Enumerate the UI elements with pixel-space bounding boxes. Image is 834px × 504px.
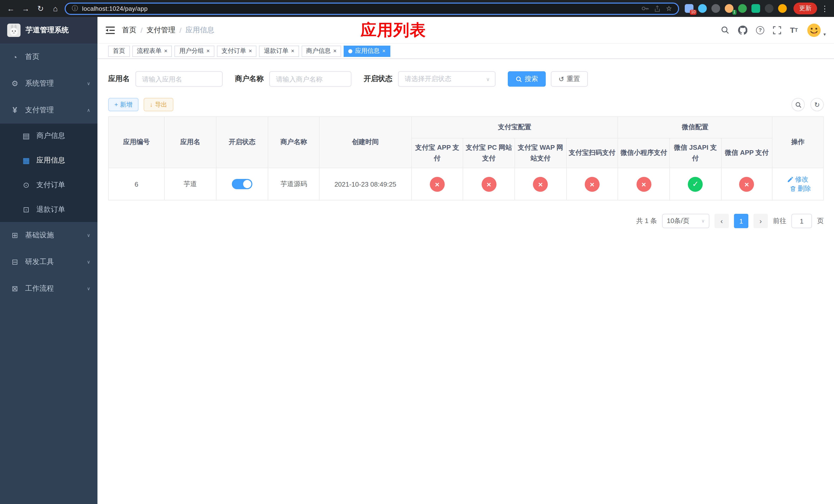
help-icon[interactable]: ? [756, 26, 764, 34]
extension-icon[interactable] [698, 4, 707, 13]
prev-page-button[interactable]: ‹ [715, 214, 729, 228]
bookmark-star-icon[interactable]: ☆ [666, 5, 672, 12]
col-merchant-name: 商户名称 [268, 117, 319, 168]
breadcrumb-payment[interactable]: 支付管理 [147, 25, 175, 35]
extension-icon[interactable] [738, 4, 747, 13]
active-dot [348, 49, 352, 53]
app-logo-row[interactable]: 芋道管理系统 [0, 17, 97, 44]
download-icon: ↓ [150, 101, 153, 108]
merchant-name-input[interactable] [269, 71, 351, 87]
chevron-down-icon: ∨ [701, 219, 705, 224]
browser-forward-icon[interactable]: → [20, 3, 31, 14]
chevron-down-icon: ∨ [87, 233, 90, 238]
next-page-button[interactable]: › [753, 214, 768, 228]
add-button[interactable]: + 新增 [108, 98, 138, 111]
col-app-name: 应用名 [164, 117, 216, 168]
user-menu[interactable]: ▾ [807, 22, 826, 38]
cell-merchant-name: 芋道源码 [268, 168, 319, 201]
extensions-pin-icon[interactable] [765, 4, 773, 13]
browser-menu-icon[interactable]: ⋮ [821, 4, 829, 13]
chrome-update-button[interactable]: 更新 [793, 3, 817, 14]
breadcrumb-current: 应用信息 [186, 25, 214, 35]
sidebar-item-payment[interactable]: ¥ 支付管理 ∧ [0, 97, 97, 123]
sidebar-item-refund-order[interactable]: ⊡ 退款订单 [0, 198, 97, 222]
browser-home-icon[interactable]: ⌂ [50, 3, 61, 14]
font-size-icon[interactable]: TT [790, 26, 798, 34]
close-icon[interactable]: × [249, 48, 252, 54]
search-icon[interactable] [721, 26, 729, 35]
extension-icon[interactable]: 1 [725, 4, 733, 13]
refresh-icon: ↻ [814, 101, 820, 109]
share-icon[interactable] [654, 5, 661, 12]
fullscreen-icon[interactable] [773, 26, 781, 34]
close-icon[interactable]: × [206, 48, 210, 54]
close-icon[interactable]: × [382, 48, 386, 54]
app-name-label: 应用名 [108, 74, 130, 84]
sidebar-item-home[interactable]: ◔ 首页 [0, 44, 97, 70]
github-icon[interactable] [738, 25, 747, 35]
caret-down-icon: ▾ [824, 31, 826, 38]
goto-label: 前往 [773, 216, 786, 226]
yen-icon: ¥ [10, 106, 20, 115]
chevron-down-icon: ∨ [486, 76, 490, 82]
sidebar-item-app-info[interactable]: ▦ 应用信息 [0, 148, 97, 173]
status-label: 开启状态 [364, 74, 392, 84]
goto-unit: 页 [817, 216, 824, 226]
app-title: 芋道管理系统 [26, 26, 69, 35]
col-wechat-jsapi: 微信 JSAPI 支付 [670, 138, 721, 168]
page-size-select[interactable]: 10条/页 ∨ [662, 214, 709, 228]
alipay-pc-status-icon: × [481, 177, 496, 192]
address-bar[interactable]: ⓘ localhost:1024/pay/app ☆ [65, 2, 679, 15]
table-toolbar: + 新增 ↓ 导出 ↻ [108, 98, 824, 111]
sidebar-item-workflow[interactable]: ⊠ 工作流程 ∨ [0, 275, 97, 302]
refresh-button[interactable]: ↻ [810, 98, 824, 111]
sidebar-item-devtools[interactable]: ⊟ 研发工具 ∨ [0, 249, 97, 275]
close-icon[interactable]: × [291, 48, 294, 54]
cell-create-time: 2021-10-23 08:49:25 [319, 168, 411, 201]
navbar-actions: ? TT ▾ [721, 22, 826, 38]
delete-link[interactable]: 删除 [790, 184, 811, 193]
tab-user-group[interactable]: 用户分组 × [175, 45, 214, 56]
goto-page-input[interactable] [791, 214, 812, 228]
close-icon[interactable]: × [333, 48, 337, 54]
tab-home[interactable]: 首页 [108, 45, 130, 56]
edit-link[interactable]: 修改 [787, 175, 808, 184]
sidebar-item-system[interactable]: ⚙ 系统管理 ∨ [0, 70, 97, 97]
extension-icon[interactable] [751, 4, 760, 13]
toggle-knob [243, 180, 251, 188]
sidebar-item-infra[interactable]: ⊞ 基础设施 ∨ [0, 222, 97, 249]
password-key-icon[interactable] [641, 5, 649, 12]
site-info-icon[interactable]: ⓘ [72, 4, 78, 13]
toggle-search-button[interactable] [791, 98, 805, 111]
breadcrumb-home[interactable]: 首页 [122, 25, 136, 35]
status-select[interactable]: 请选择开启状态 ∨ [398, 71, 496, 87]
page-number-1[interactable]: 1 [734, 214, 748, 228]
reset-button[interactable]: ↺ 重置 [551, 71, 588, 87]
workflow-icon: ⊠ [10, 284, 20, 293]
sidebar-item-merchant-info[interactable]: ▤ 商户信息 [0, 123, 97, 148]
tab-merchant-info[interactable]: 商户信息 × [302, 45, 341, 56]
browser-back-icon[interactable]: ← [5, 3, 16, 14]
breadcrumb-separator: / [140, 26, 142, 34]
export-button[interactable]: ↓ 导出 [144, 98, 173, 111]
sidebar-fold-icon[interactable] [106, 26, 115, 34]
tab-process-form[interactable]: 流程表单 × [132, 45, 172, 56]
tab-app-info[interactable]: 应用信息 × [344, 45, 390, 56]
merchant-name-label: 商户名称 [235, 74, 264, 84]
table-row: 6 芋道 芋道源码 2021-10-23 08:49:25 × × × × × [109, 168, 824, 201]
sidebar-item-pay-order[interactable]: ⊙ 支付订单 [0, 173, 97, 198]
close-icon[interactable]: × [164, 48, 168, 54]
tab-refund-order[interactable]: 退款订单 × [259, 45, 299, 56]
extension-icon[interactable] [711, 4, 720, 13]
status-toggle[interactable] [232, 179, 253, 189]
breadcrumb: 首页 / 支付管理 / 应用信息 [122, 25, 214, 35]
extension-icon[interactable]: 10 [685, 4, 694, 13]
col-wechat-mini: 微信小程序支付 [618, 138, 670, 168]
profile-avatar-icon[interactable] [778, 4, 787, 13]
url-text[interactable]: localhost:1024/pay/app [82, 5, 637, 12]
browser-reload-icon[interactable]: ↻ [35, 3, 46, 14]
search-button[interactable]: 搜索 [508, 71, 546, 87]
alipay-wap-status-icon: × [533, 177, 548, 192]
app-name-input[interactable] [135, 71, 223, 87]
tab-pay-order[interactable]: 支付订单 × [217, 45, 257, 56]
